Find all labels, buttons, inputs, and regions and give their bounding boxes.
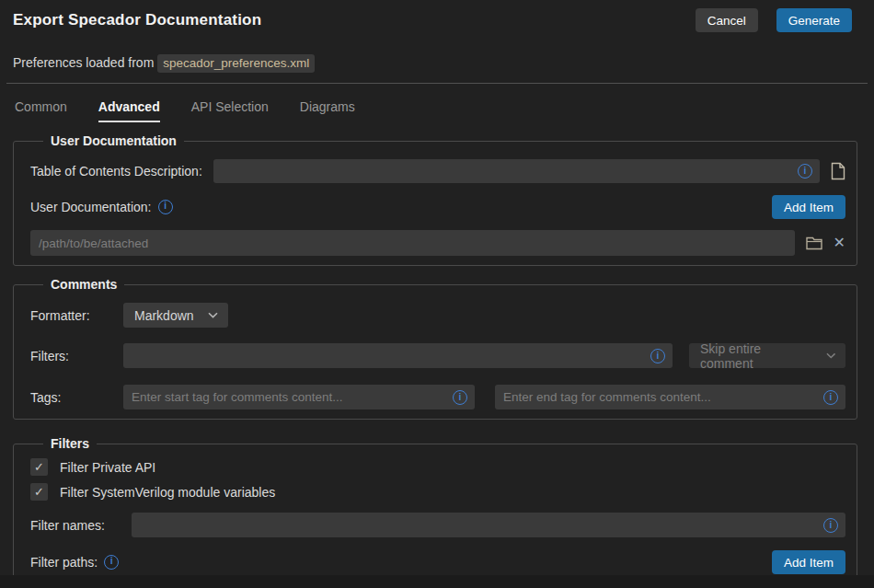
chevron-down-icon <box>208 312 218 318</box>
info-icon[interactable]: i <box>650 349 665 363</box>
preferences-text: Preferences loaded from <box>13 55 154 70</box>
user-documentation-row: User Documentation: i Add Item <box>30 195 845 219</box>
tab-common[interactable]: Common <box>15 99 67 122</box>
info-icon[interactable]: i <box>158 200 173 214</box>
comment-filters-input[interactable] <box>123 343 673 368</box>
formatter-row: Formatter: Markdown <box>30 303 845 328</box>
filter-paths-row: Filter paths: i Add Item <box>30 550 845 574</box>
preferences-file-chip: specador_preferences.xml <box>157 54 315 73</box>
header: Export Specador Documentation Cancel Gen… <box>0 0 874 32</box>
tab-bar: Common Advanced API Selection Diagrams <box>15 99 874 122</box>
group-user-documentation: User Documentation Table of Contents Des… <box>13 133 857 266</box>
tab-diagrams[interactable]: Diagrams <box>300 99 355 122</box>
info-icon[interactable]: i <box>453 390 467 405</box>
toc-description-input[interactable] <box>213 159 820 183</box>
filter-names-row: Filter names: i <box>30 513 845 537</box>
skip-comment-select-value: Skip entire comment <box>700 341 812 371</box>
filter-private-api-row: ✓ Filter Private API <box>30 458 845 476</box>
end-tag-input[interactable] <box>495 385 845 409</box>
start-tag-input-wrap: i <box>123 385 475 409</box>
page-title: Export Specador Documentation <box>13 11 261 29</box>
remove-item-icon[interactable]: ✕ <box>834 236 845 250</box>
info-icon[interactable]: i <box>823 518 838 533</box>
formatter-select-value: Markdown <box>134 308 194 323</box>
info-icon[interactable]: i <box>104 555 119 570</box>
formatter-select[interactable]: Markdown <box>123 303 228 328</box>
filter-sv-module-vars-row: ✓ Filter SystemVerilog module variables <box>30 483 845 501</box>
attached-path-row: ✕ <box>30 230 845 256</box>
toc-description-label: Table of Contents Description: <box>30 164 202 179</box>
add-user-doc-button[interactable]: Add Item <box>772 195 845 219</box>
comment-filters-input-wrap: i <box>123 343 673 368</box>
filter-names-input[interactable] <box>132 513 845 537</box>
tab-advanced[interactable]: Advanced <box>98 99 160 122</box>
chevron-down-icon <box>826 352 835 359</box>
export-specador-dialog: Export Specador Documentation Cancel Gen… <box>0 0 874 588</box>
filter-private-api-label: Filter Private API <box>60 460 155 475</box>
formatter-label: Formatter: <box>30 308 123 323</box>
group-filters: Filters ✓ Filter Private API ✓ Filter Sy… <box>13 436 857 584</box>
skip-comment-select[interactable]: Skip entire comment <box>689 343 845 368</box>
start-tag-input[interactable] <box>123 385 475 409</box>
new-file-icon[interactable] <box>831 162 845 180</box>
user-documentation-label: User Documentation: <box>30 200 152 214</box>
tags-label: Tags: <box>30 390 123 405</box>
toc-description-input-wrap: i <box>213 159 820 183</box>
info-icon[interactable]: i <box>798 164 812 179</box>
toc-description-row: Table of Contents Description: i <box>30 159 845 183</box>
filter-private-api-checkbox[interactable]: ✓ <box>30 458 48 476</box>
cancel-button[interactable]: Cancel <box>696 8 758 32</box>
end-tag-input-wrap: i <box>495 385 845 409</box>
filter-names-input-wrap: i <box>132 513 845 537</box>
group-comments: Comments Formatter: Markdown Filters: i … <box>13 277 857 420</box>
filter-sv-module-vars-label: Filter SystemVerilog module variables <box>60 485 275 500</box>
attached-path-input-wrap <box>30 230 795 256</box>
tags-row: Tags: i i <box>30 385 845 409</box>
comment-filters-row: Filters: i Skip entire comment <box>30 343 845 368</box>
attached-path-input[interactable] <box>30 230 795 256</box>
filter-names-label: Filter names: <box>30 518 132 533</box>
group-comments-legend: Comments <box>43 277 124 292</box>
group-filters-legend: Filters <box>43 436 97 451</box>
comment-filters-label: Filters: <box>30 349 123 363</box>
tab-api-selection[interactable]: API Selection <box>191 99 269 122</box>
header-buttons: Cancel Generate <box>696 8 852 32</box>
footer-strip <box>0 575 874 588</box>
filter-sv-module-vars-checkbox[interactable]: ✓ <box>30 483 48 501</box>
group-user-documentation-legend: User Documentation <box>43 133 184 148</box>
filter-paths-label: Filter paths: <box>30 555 98 570</box>
folder-icon[interactable] <box>806 236 822 250</box>
preferences-line: Preferences loaded from specador_prefere… <box>13 55 874 70</box>
generate-button[interactable]: Generate <box>776 8 852 32</box>
separator <box>6 83 868 84</box>
add-filter-path-button[interactable]: Add Item <box>772 550 845 574</box>
info-icon[interactable]: i <box>823 390 838 405</box>
